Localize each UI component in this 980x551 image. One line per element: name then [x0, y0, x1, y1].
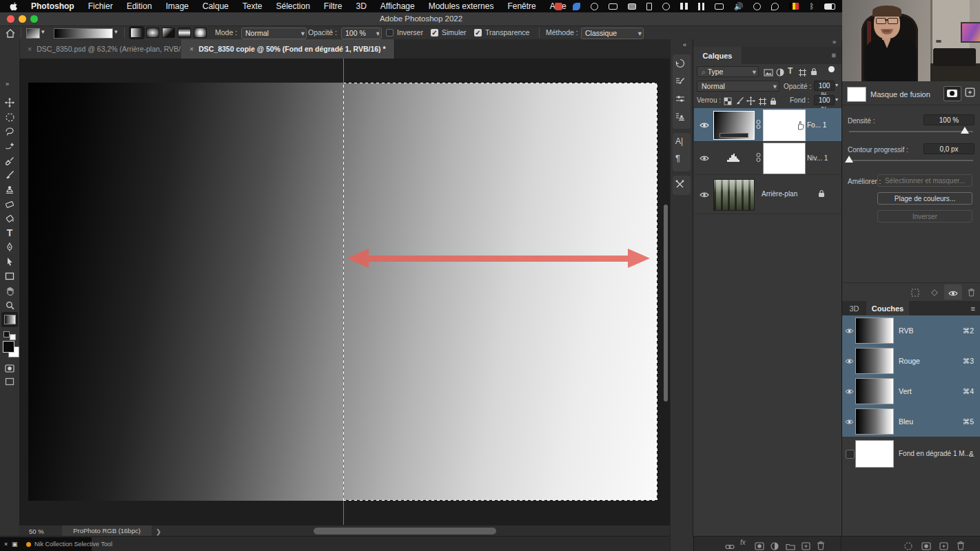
bluetooth-icon[interactable]: ᛒ	[809, 2, 814, 10]
swap-colors-icon2[interactable]	[10, 334, 16, 340]
layer-filter-dropdown[interactable]: ⌕ Type▾	[697, 66, 759, 77]
select-and-mask-button[interactable]: Sélectionner et masquer...	[877, 174, 972, 187]
channel-visibility-icon[interactable]	[845, 415, 854, 428]
screen-record-icon[interactable]	[609, 3, 617, 10]
history-panel-icon[interactable]	[675, 59, 685, 68]
channel-row-rvb[interactable]: RVB ⌘2	[842, 315, 980, 346]
rectangle-tool[interactable]	[3, 269, 17, 283]
blend-mode-dropdown[interactable]: Normal▾	[697, 81, 779, 92]
vector-mask-button[interactable]	[965, 87, 975, 97]
channel-row-rouge[interactable]: Rouge ⌘3	[842, 346, 980, 377]
binoculars-icon[interactable]	[680, 3, 688, 10]
delete-layer-icon[interactable]	[817, 539, 825, 551]
brush-tool[interactable]	[3, 168, 17, 182]
apply-mask-icon[interactable]	[930, 288, 939, 297]
new-group-icon[interactable]	[786, 540, 795, 551]
gradient-angle-button[interactable]	[162, 28, 175, 38]
eyedropper-tool[interactable]	[3, 154, 17, 167]
filter-adjustment-icon[interactable]	[776, 67, 784, 76]
collapse-panel-icon[interactable]: »	[833, 39, 836, 45]
layer-opacity-value[interactable]: 100 %	[814, 81, 835, 91]
layer-thumbnail-gradient[interactable]	[713, 111, 755, 140]
new-layer-icon[interactable]	[802, 539, 810, 551]
menu-modules[interactable]: Modules externes	[422, 1, 501, 11]
menu-3d[interactable]: 3D	[349, 1, 374, 11]
close-tab-icon[interactable]: ×	[28, 45, 32, 53]
screen-mode-icon[interactable]	[3, 375, 17, 388]
feather-value[interactable]: 0,0 px	[923, 143, 974, 154]
channel-row-vert[interactable]: Vert ⌘4	[842, 376, 980, 407]
gradient-diamond-button[interactable]	[194, 28, 207, 38]
menu-edition[interactable]: Edition	[120, 1, 159, 11]
apple-menu[interactable]	[0, 2, 24, 11]
mask-enable-icon[interactable]	[948, 289, 958, 297]
lock-position-icon[interactable]	[746, 96, 755, 105]
layer-visibility-icon[interactable]	[700, 154, 709, 162]
lasso-tool[interactable]	[3, 125, 17, 138]
menu-fenetre[interactable]: Fenêtre	[500, 1, 542, 11]
tab-dsc8350[interactable]: × DSC_8350.psd @ 63,2% (Arrière-plan, RV…	[19, 39, 205, 59]
panel-menu-icon[interactable]: ≡	[832, 51, 836, 59]
creative-cloud-icon[interactable]	[591, 3, 598, 10]
mask-thumbnail[interactable]	[847, 87, 866, 102]
app-badge-icon[interactable]	[555, 3, 562, 10]
nik-floating-window[interactable]: × ▣ Nik Collection Selective Tool	[0, 537, 92, 551]
menu-affichage[interactable]: Affichage	[374, 1, 422, 11]
gradient-linear-button[interactable]	[130, 28, 143, 38]
mask-link-icon[interactable]	[756, 119, 761, 130]
brush-settings-panel-icon[interactable]	[675, 77, 685, 86]
eraser-tool[interactable]	[3, 197, 17, 211]
gradient-preview[interactable]	[54, 28, 113, 39]
delete-mask-icon[interactable]	[968, 287, 975, 297]
display-mirror-icon[interactable]	[628, 3, 636, 10]
simuler-checkbox[interactable]: ✓	[431, 29, 438, 37]
feather-slider-thumb[interactable]	[845, 156, 853, 163]
layer-thumbnail-forest[interactable]	[713, 179, 755, 211]
inverser-checkbox[interactable]	[386, 29, 394, 37]
canvas-area[interactable]	[19, 59, 670, 525]
gradient-chevron-icon[interactable]: ▾	[114, 28, 118, 35]
path-selection-tool[interactable]	[3, 255, 17, 269]
load-channel-selection-icon[interactable]	[904, 539, 912, 551]
mask-link-icon[interactable]	[756, 152, 761, 163]
tool-preset-icon[interactable]	[26, 28, 40, 39]
layer-row-gradient[interactable]: Fo... 1	[694, 108, 841, 141]
methode-dropdown[interactable]: Classique▾	[581, 28, 644, 39]
feather-slider[interactable]	[849, 160, 973, 161]
transparence-label[interactable]: Transparence	[485, 28, 529, 37]
clipboard-icon[interactable]	[646, 3, 652, 10]
play-circle-icon[interactable]	[753, 3, 761, 10]
tab-dsc8350-copie[interactable]: × DSC_8350 copie @ 50% (Fond en dégradé …	[181, 39, 395, 59]
minimize-icon[interactable]: ▣	[12, 541, 18, 548]
belgian-flag-icon[interactable]	[789, 3, 799, 10]
move-tool[interactable]	[3, 96, 17, 110]
tab-calques[interactable]: Calques	[693, 47, 742, 64]
layer-name[interactable]: Fo... 1	[807, 121, 826, 129]
pen-tool[interactable]	[3, 240, 17, 254]
quick-mask-icon[interactable]	[3, 362, 17, 375]
channel-row-mask[interactable]: Fond en dégradé 1 M... &	[842, 437, 980, 471]
layer-name[interactable]: Arrière-plan	[762, 190, 797, 198]
gradient-reflected-button[interactable]	[178, 28, 191, 38]
lock-all-icon[interactable]	[770, 96, 777, 105]
layer-row-background[interactable]: Arrière-plan	[694, 174, 841, 214]
character-panel-icon[interactable]: A|	[675, 136, 683, 146]
pixel-mask-button[interactable]	[943, 86, 961, 101]
inverser-label[interactable]: Inverser	[397, 28, 423, 37]
fan-icon[interactable]	[771, 3, 779, 10]
foreground-color-swatch[interactable]	[3, 341, 14, 353]
transparence-checkbox[interactable]: ✓	[474, 29, 482, 37]
mode-dropdown[interactable]: Normal▾	[241, 28, 307, 39]
close-icon[interactable]: ×	[4, 541, 8, 548]
vertical-scrollbar[interactable]	[664, 205, 668, 402]
monitor-icon[interactable]	[715, 3, 724, 10]
layer-visibility-icon[interactable]	[700, 190, 709, 198]
menu-app[interactable]: Photoshop	[24, 1, 81, 11]
fill-value[interactable]: 100 %	[814, 95, 835, 105]
object-selection-tool[interactable]	[3, 139, 17, 153]
close-tab-icon[interactable]: ×	[190, 45, 194, 53]
menu-filtre[interactable]: Filtre	[317, 1, 349, 11]
density-slider[interactable]	[849, 131, 973, 132]
tool-presets-panel-icon[interactable]	[675, 180, 684, 189]
channel-visibility-icon[interactable]	[845, 324, 854, 337]
